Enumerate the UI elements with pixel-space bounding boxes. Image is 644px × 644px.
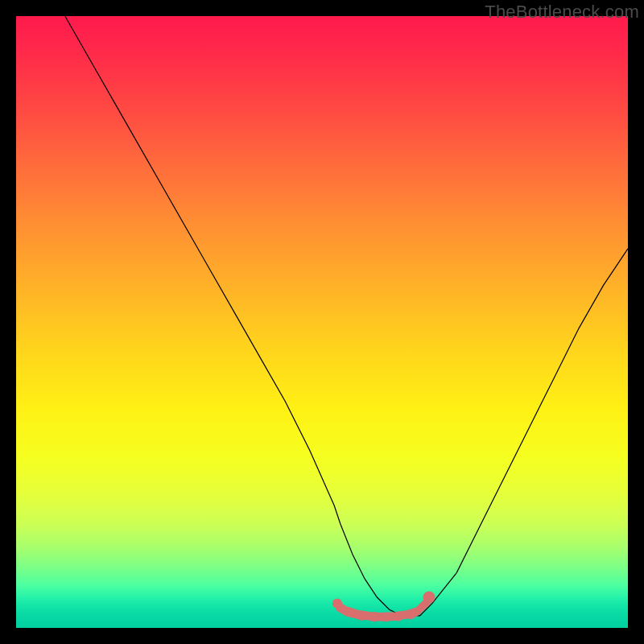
- marker-valley-1: [345, 607, 354, 617]
- marker-valley-6: [406, 609, 415, 619]
- plot-area: [16, 16, 628, 628]
- watermark-text: TheBottleneck.com: [485, 2, 639, 23]
- marker-valley-4: [382, 612, 391, 621]
- marker-endpoint-right: [423, 591, 435, 603]
- marker-valley-3: [369, 612, 379, 621]
- bottleneck-curve: [65, 16, 628, 616]
- chart-frame: TheBottleneck.com: [0, 0, 644, 644]
- marker-endpoint-left: [332, 599, 342, 609]
- chart-svg: [16, 16, 628, 628]
- marker-valley-5: [394, 611, 403, 621]
- marker-valley-2: [357, 611, 366, 621]
